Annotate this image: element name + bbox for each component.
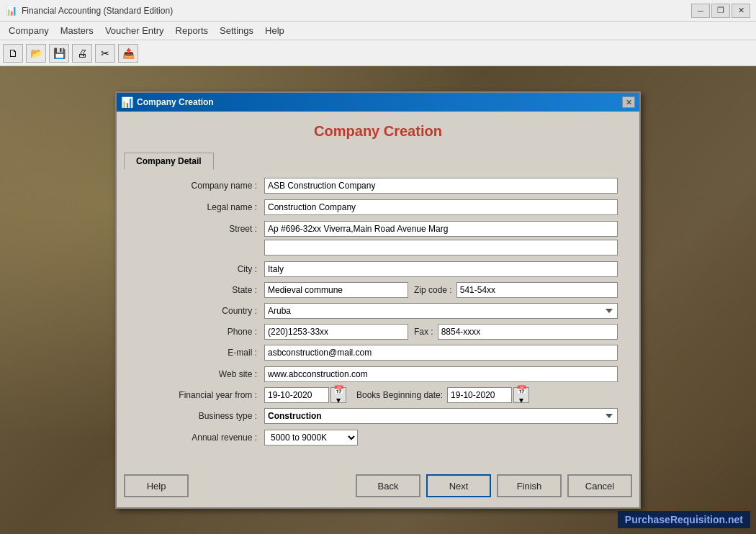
street-input-2[interactable] bbox=[264, 240, 618, 255]
toolbar-open-button[interactable]: 📂 bbox=[26, 44, 46, 63]
toolbar-new-button[interactable]: 🗋 bbox=[3, 44, 23, 63]
annual-revenue-select[interactable]: 5000 to 9000K Below 5000K 9000K to 50000… bbox=[264, 430, 358, 445]
dialog-title-text: Company Creation bbox=[137, 97, 622, 107]
street-label: Street : bbox=[138, 224, 264, 234]
back-button[interactable]: Back bbox=[356, 474, 420, 497]
state-input[interactable] bbox=[264, 282, 408, 298]
next-button[interactable]: Next bbox=[426, 474, 491, 497]
annual-revenue-row: Annual revenue : 5000 to 9000K Below 500… bbox=[138, 429, 618, 446]
toolbar: 🗋 📂 💾 🖨 ✂ 📤 bbox=[0, 40, 756, 66]
financial-year-input[interactable] bbox=[264, 387, 329, 403]
company-name-input[interactable] bbox=[264, 178, 618, 194]
city-input[interactable] bbox=[264, 261, 618, 277]
help-button[interactable]: Help bbox=[124, 474, 189, 497]
street-row-1: Street : bbox=[138, 220, 618, 237]
business-type-label: Business type : bbox=[138, 411, 264, 421]
business-type-row: Business type : Construction Manufacturi… bbox=[138, 407, 618, 425]
company-name-label: Company name : bbox=[138, 181, 264, 191]
city-row: City : bbox=[138, 261, 618, 278]
email-label: E-mail : bbox=[138, 348, 264, 358]
dialog-icon: 📊 bbox=[121, 96, 132, 108]
menu-reports[interactable]: Reports bbox=[170, 23, 215, 38]
website-label: Web site : bbox=[138, 369, 264, 379]
country-label: Country : bbox=[138, 306, 264, 316]
phone-label: Phone : bbox=[138, 327, 264, 337]
phone-input[interactable] bbox=[264, 324, 408, 340]
finish-button[interactable]: Finish bbox=[497, 474, 562, 497]
state-label: State : bbox=[138, 285, 264, 295]
street-input-1[interactable] bbox=[264, 221, 618, 237]
state-zip-row: State : Zip code : bbox=[138, 282, 618, 298]
menu-masters[interactable]: Masters bbox=[55, 23, 99, 38]
cancel-button[interactable]: Cancel bbox=[567, 474, 632, 497]
form-content: Company name : Legal name : Street : bbox=[124, 177, 632, 457]
fax-label: Fax : bbox=[414, 327, 433, 337]
country-row: Country : Aruba United States United Kin… bbox=[138, 302, 618, 320]
financial-year-label: Financial year from : bbox=[138, 390, 264, 400]
email-row: E-mail : bbox=[138, 344, 618, 361]
menu-bar: Company Masters Voucher Entry Reports Se… bbox=[0, 22, 756, 40]
books-begin-calendar-button[interactable]: 📅▾ bbox=[513, 387, 529, 403]
dialog-body: Company Creation Company Detail Company … bbox=[117, 112, 639, 464]
country-select[interactable]: Aruba United States United Kingdom India… bbox=[264, 303, 618, 319]
minimize-button[interactable]: ─ bbox=[691, 4, 710, 18]
main-area: 📊 Company Creation ✕ Company Creation Co… bbox=[0, 66, 756, 534]
app-icon: 📊 bbox=[6, 5, 17, 17]
toolbar-export-button[interactable]: 📤 bbox=[118, 44, 138, 63]
company-name-row: Company name : bbox=[138, 177, 618, 194]
dialog-overlay: 📊 Company Creation ✕ Company Creation Co… bbox=[0, 66, 756, 534]
books-begin-input[interactable] bbox=[447, 387, 512, 403]
date-row: Financial year from : 📅▾ Books Beginning… bbox=[138, 387, 618, 403]
website-row: Web site : bbox=[138, 366, 618, 383]
toolbar-print-button[interactable]: 🖨 bbox=[72, 44, 92, 63]
fax-input[interactable] bbox=[438, 324, 618, 340]
financial-year-calendar-button[interactable]: 📅▾ bbox=[330, 387, 346, 403]
restore-button[interactable]: ❐ bbox=[711, 4, 730, 18]
toolbar-save-button[interactable]: 💾 bbox=[49, 44, 69, 63]
tab-bar: Company Detail bbox=[124, 153, 632, 170]
annual-revenue-label: Annual revenue : bbox=[138, 433, 264, 443]
watermark-text: PurchaseRequisition.net bbox=[625, 514, 743, 525]
zip-code-label: Zip code : bbox=[414, 285, 452, 295]
email-input[interactable] bbox=[264, 345, 618, 361]
dialog-title-bar: 📊 Company Creation ✕ bbox=[117, 93, 639, 112]
city-label: City : bbox=[138, 264, 264, 274]
dialog-close-button[interactable]: ✕ bbox=[622, 96, 635, 108]
books-beginning-label: Books Beginning date: bbox=[356, 390, 443, 400]
books-begin-group: 📅▾ bbox=[447, 387, 529, 403]
business-type-select[interactable]: Construction Manufacturing Trading Servi… bbox=[264, 408, 618, 424]
legal-name-label: Legal name : bbox=[138, 202, 264, 212]
toolbar-delete-button[interactable]: ✂ bbox=[95, 44, 115, 63]
phone-fax-row: Phone : Fax : bbox=[138, 324, 618, 340]
dialog-footer: Help Back Next Finish Cancel bbox=[117, 464, 639, 507]
menu-help[interactable]: Help bbox=[259, 23, 290, 38]
menu-settings[interactable]: Settings bbox=[214, 23, 259, 38]
window-controls: ─ ❐ ✕ bbox=[691, 4, 750, 18]
menu-company[interactable]: Company bbox=[3, 23, 55, 38]
website-input[interactable] bbox=[264, 366, 618, 382]
zip-code-input[interactable] bbox=[456, 282, 618, 298]
company-creation-dialog: 📊 Company Creation ✕ Company Creation Co… bbox=[115, 91, 641, 509]
dialog-heading: Company Creation bbox=[124, 119, 632, 144]
app-title: Financial Accounting (Standard Edition) bbox=[22, 6, 691, 16]
title-bar: 📊 Financial Accounting (Standard Edition… bbox=[0, 0, 756, 22]
menu-voucher-entry[interactable]: Voucher Entry bbox=[99, 23, 170, 38]
app-close-button[interactable]: ✕ bbox=[732, 4, 750, 18]
street-row-2 bbox=[138, 239, 618, 256]
watermark: PurchaseRequisition.net bbox=[618, 511, 750, 528]
tab-company-detail[interactable]: Company Detail bbox=[124, 153, 214, 170]
app-window: 📊 Financial Accounting (Standard Edition… bbox=[0, 0, 756, 534]
financial-year-group: 📅▾ bbox=[264, 387, 346, 403]
legal-name-input[interactable] bbox=[264, 199, 618, 215]
legal-name-row: Legal name : bbox=[138, 199, 618, 216]
